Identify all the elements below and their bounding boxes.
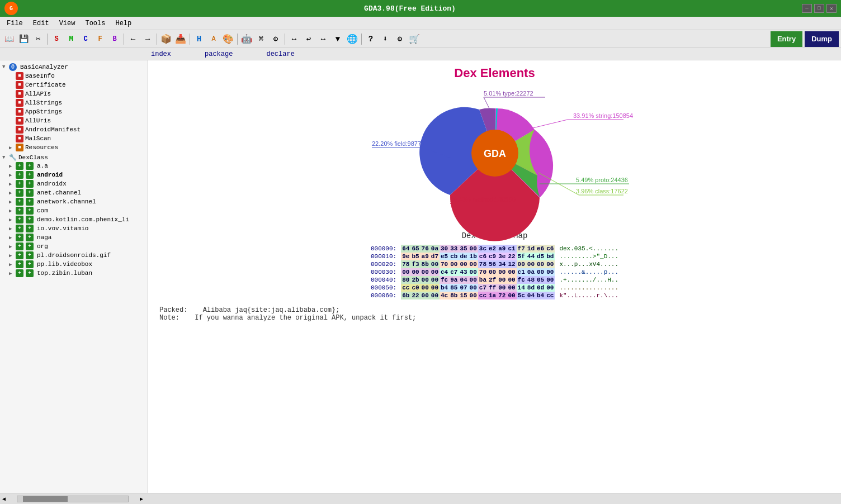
hex-byte: 00 (517, 260, 526, 268)
hex-byte: 8d (526, 284, 536, 292)
hex-byte: 4c (440, 292, 449, 299)
sidebar-item-topzibin[interactable]: ▶ + + top.zibin.luban (7, 269, 148, 278)
sidebar-item-appstrings[interactable]: ■ AppStrings (7, 107, 148, 116)
hex-byte: c1 (507, 245, 516, 253)
tb-arrows-icon[interactable]: ↔ (287, 32, 301, 46)
menu-edit[interactable]: Edit (29, 18, 54, 28)
sidebar-item-androidx[interactable]: ▶ + + androidx (7, 179, 148, 188)
menubar: File Edit View Tools Help (0, 17, 841, 30)
tb-m-icon[interactable]: M (64, 32, 78, 46)
hex-byte: d5 (536, 253, 545, 260)
hex-byte: fc (440, 276, 449, 284)
hex-byte: a9 (497, 245, 507, 253)
hex-address: 000040: (371, 276, 401, 284)
tb-cmd-icon[interactable]: ⌘ (254, 32, 268, 46)
hex-ascii: ................ (555, 284, 618, 292)
sidebar-item-alluris[interactable]: ■ AllUris (7, 116, 148, 125)
tb-connect-icon[interactable]: ↔ (316, 32, 330, 46)
tb-gear-icon[interactable]: ⚙ (269, 32, 282, 46)
hex-ascii: .........>"_D... (555, 253, 618, 260)
hex-byte: 00 (421, 268, 430, 276)
sidebar-item-anetworkchannel[interactable]: ▶ + + anetwork.channel (7, 197, 148, 206)
scroll-left-arrow[interactable]: ◀ (2, 496, 6, 502)
hex-byte: 00 (421, 276, 430, 284)
hex-byte: 9a (449, 276, 459, 284)
tb-fill-icon[interactable]: ▼ (331, 32, 344, 46)
close-button[interactable]: ✕ (826, 4, 837, 13)
sidebar-item-pplib[interactable]: ▶ + + pp.lib.videobox (7, 260, 148, 269)
tb-web-icon[interactable]: 🌐 (346, 32, 359, 46)
sidebar-item-demo[interactable]: ▶ + + demo.kotlin.com.phenix_li (7, 215, 148, 224)
tb-h-icon[interactable]: H (192, 32, 206, 46)
tb-loop-icon[interactable]: ↩ (302, 32, 315, 46)
tb-color-icon[interactable]: 🎨 (221, 32, 235, 46)
sidebar-item-com[interactable]: ▶ + + com (7, 206, 148, 215)
sidebar-item-baseinfo[interactable]: ■ BaseInfo (7, 72, 148, 80)
sidebar-item-allstrings[interactable]: ■ AllStrings (7, 98, 148, 107)
hex-address: 000060: (371, 292, 401, 299)
sidebar-item-naga[interactable]: ▶ + + naga (7, 233, 148, 242)
maximize-button[interactable]: □ (814, 4, 824, 13)
tb-robot-icon[interactable]: 🤖 (240, 32, 253, 46)
sidebar-item-aa[interactable]: ▶ + + a.a (7, 161, 148, 170)
tb-import-icon[interactable]: 📥 (174, 32, 187, 46)
tb-package-icon[interactable]: 📦 (159, 32, 173, 46)
menu-tools[interactable]: Tools (81, 18, 110, 28)
tb-forward-icon[interactable]: → (141, 32, 154, 46)
tb-book-icon[interactable]: 📖 (2, 32, 16, 46)
hex-byte: 00 (430, 268, 440, 276)
sidebar-item-pldroid[interactable]: ▶ + + pl.droidsonroids.gif (7, 251, 148, 260)
hex-table-area: 000000:6465760a303335003ce2a9c1f71de6c6d… (154, 245, 835, 299)
hex-byte: 15 (459, 292, 468, 299)
tb-a-icon[interactable]: A (207, 32, 220, 46)
sidebar-item-android[interactable]: ▶ + + android (7, 170, 148, 179)
entry-button[interactable]: Entry (771, 31, 802, 47)
hex-byte: a9 (421, 253, 430, 260)
horizontal-scrollbar[interactable] (17, 496, 129, 502)
sidebar-item-malscan[interactable]: ■ MalScan (7, 134, 148, 143)
toolbar: 📖 💾 ✂ S M C F B ← → 📦 📥 H A 🎨 🤖 ⌘ ⚙ ↔ ↩ … (0, 30, 841, 48)
sidebar-item-anetchannel[interactable]: ▶ + + anet.channel (7, 188, 148, 197)
tb-f-icon[interactable]: F (93, 32, 107, 46)
scroll-right-arrow[interactable]: ▶ (140, 496, 143, 502)
dump-button[interactable]: Dump (805, 31, 839, 47)
sidebar-item-iovov[interactable]: ▶ + + io.vov.vitamio (7, 224, 148, 233)
tab-package[interactable]: package (205, 50, 233, 58)
sidebar-item-certificate[interactable]: ■ Certificate (7, 80, 148, 89)
tb-save-icon[interactable]: 💾 (17, 32, 30, 46)
sidebar-root[interactable]: ▼ @ BasicAnalyzer (0, 63, 148, 72)
tab-index[interactable]: index (151, 50, 171, 58)
sidebar: ▼ @ BasicAnalyzer ■ BaseInfo ■ Certifica… (0, 60, 148, 493)
hex-byte: 00 (401, 268, 410, 276)
menu-help[interactable]: Help (111, 18, 136, 28)
tb-b-icon[interactable]: B (108, 32, 121, 46)
sidebar-item-allapis[interactable]: ■ AllAPIs (7, 89, 148, 98)
tb-download-icon[interactable]: ⬇ (379, 32, 392, 46)
menu-file[interactable]: File (2, 18, 27, 28)
minimize-button[interactable]: ─ (802, 4, 812, 13)
hex-byte: 00 (469, 276, 478, 284)
hex-byte: 0d (536, 284, 545, 292)
sidebar-item-androidmanifest[interactable]: ■ AndroidManifest (7, 125, 148, 134)
hex-byte: 33 (449, 245, 459, 253)
tb-c-icon[interactable]: C (79, 32, 92, 46)
menu-view[interactable]: View (55, 18, 80, 28)
tb-settings2-icon[interactable]: ⚙ (393, 32, 407, 46)
hex-byte: de (459, 253, 468, 260)
tb-s-icon[interactable]: S (50, 32, 63, 46)
tb-cart-icon[interactable]: 🛒 (408, 32, 421, 46)
sidebar-dexclass[interactable]: ▼ 🔧 DexClass (0, 153, 148, 161)
hex-byte: e5 (440, 253, 449, 260)
hex-ascii: x...p...xV4..... (555, 260, 618, 268)
sidebar-item-org[interactable]: ▶ + + org (7, 242, 148, 251)
tab-declare[interactable]: declare (266, 50, 294, 58)
hex-byte: c1 (517, 268, 526, 276)
tb-back-icon[interactable]: ← (126, 32, 140, 46)
sidebar-item-resources[interactable]: ▶ ■ Resources (7, 143, 148, 152)
tb-scissors-icon[interactable]: ✂ (31, 32, 45, 46)
svg-text:5.01% type:22272: 5.01% type:22272 (484, 90, 533, 97)
hex-byte: cc (545, 292, 555, 299)
hex-byte: 22 (507, 253, 516, 260)
statusbar: ◀ ▶ (0, 493, 841, 504)
tb-help-icon[interactable]: ? (364, 32, 377, 46)
